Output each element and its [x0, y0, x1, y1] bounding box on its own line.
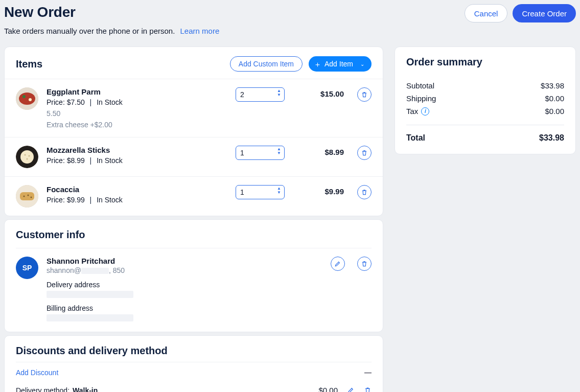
svg-rect-10 — [20, 192, 34, 200]
shipping-label: Shipping — [406, 94, 436, 103]
trash-icon — [361, 91, 368, 98]
item-name: Eggplant Parm — [47, 87, 227, 96]
info-icon[interactable]: i — [421, 107, 429, 116]
tax-label: Tax — [406, 107, 418, 116]
svg-point-8 — [27, 158, 28, 160]
billing-address-label: Billing address — [47, 304, 317, 312]
customer-info-title: Customer info — [16, 229, 85, 241]
total-value: $33.98 — [539, 133, 564, 143]
svg-point-3 — [29, 98, 32, 101]
svg-point-13 — [31, 197, 32, 198]
order-summary-title: Order summary — [406, 56, 564, 68]
stepper-arrows-icon[interactable]: ▲▼ — [277, 187, 281, 195]
pencil-icon — [334, 260, 341, 267]
customer-name: Shannon Pritchard — [47, 257, 317, 265]
learn-more-link[interactable]: Learn more — [180, 27, 220, 35]
tax-value: $0.00 — [545, 107, 564, 116]
svg-point-12 — [28, 195, 29, 196]
item-row: Mozzarella Sticks Price: $8.99 | In Stoc… — [5, 137, 383, 176]
item-thumbnail — [16, 87, 38, 110]
item-line-total: $8.99 — [293, 146, 344, 156]
quantity-stepper[interactable]: 1 ▲▼ — [236, 185, 285, 199]
order-summary-card: Order summary Subtotal $33.98 Shipping $… — [395, 47, 576, 154]
delivery-method-label: Delivery method: — [16, 386, 69, 393]
quantity-value: 1 — [240, 188, 244, 196]
delivery-method-value: Walk-in — [73, 386, 98, 393]
item-price-label: Price: $8.99 — [47, 156, 85, 165]
item-price-label: Price: $9.99 — [47, 196, 85, 204]
item-name: Focaccia — [47, 185, 227, 194]
subtitle-text: Take orders manually over the phone or i… — [4, 27, 175, 35]
quantity-value: 1 — [240, 149, 244, 157]
plus-icon: ＋ — [314, 60, 321, 68]
subtotal-label: Subtotal — [406, 81, 434, 90]
add-discount-link[interactable]: Add Discount — [16, 368, 58, 377]
item-extra-line: 5.50 — [47, 109, 227, 118]
item-stock: In Stock — [97, 156, 123, 165]
svg-point-11 — [24, 196, 25, 197]
trash-icon — [361, 149, 368, 156]
add-custom-item-button[interactable]: Add Custom Item — [230, 56, 303, 72]
chevron-down-icon: ⌄ — [360, 61, 364, 67]
add-item-button[interactable]: ＋ Add Item ⌄ — [309, 56, 372, 72]
redacted — [47, 314, 133, 321]
subtotal-value: $33.98 — [541, 81, 564, 90]
pencil-icon[interactable] — [347, 386, 355, 392]
item-thumbnail — [16, 185, 38, 207]
quantity-stepper[interactable]: 2 ▲▼ — [236, 87, 285, 102]
delivery-price: $0.00 — [318, 386, 338, 392]
svg-point-5 — [20, 150, 34, 164]
page-subtitle: Take orders manually over the phone or i… — [4, 27, 576, 35]
item-extra-line: Extra cheese +$2.00 — [47, 121, 227, 129]
svg-point-2 — [22, 95, 26, 98]
create-order-button[interactable]: Create Order — [513, 4, 576, 22]
svg-point-1 — [19, 93, 35, 105]
item-line-total: $9.99 — [293, 185, 344, 196]
stepper-arrows-icon[interactable]: ▲▼ — [277, 147, 281, 155]
redacted — [81, 268, 109, 274]
total-label: Total — [406, 133, 425, 143]
quantity-value: 2 — [240, 90, 244, 99]
quantity-stepper[interactable]: 1 ▲▼ — [236, 146, 285, 160]
item-row: Eggplant Parm Price: $7.50 | In Stock 5.… — [5, 79, 383, 137]
item-row: Focaccia Price: $9.99 | In Stock 1 ▲▼ $9… — [5, 176, 383, 216]
discounts-card: Discounts and delivery method Add Discou… — [4, 335, 383, 392]
edit-customer-button[interactable] — [331, 257, 345, 271]
cancel-button[interactable]: Cancel — [465, 4, 508, 22]
customer-contact: shannon@, 850 — [47, 266, 317, 274]
add-item-label: Add Item — [324, 60, 353, 68]
customer-info-card: Customer info SP Shannon Pritchard shann… — [4, 219, 383, 332]
discounts-title: Discounts and delivery method — [16, 345, 168, 357]
svg-point-7 — [29, 155, 30, 157]
delete-item-button[interactable] — [357, 87, 372, 102]
shipping-value: $0.00 — [545, 94, 564, 103]
svg-point-6 — [25, 154, 26, 156]
item-thumbnail — [16, 146, 38, 168]
items-card: Items Add Custom Item ＋ Add Item ⌄ — [4, 47, 383, 216]
page-title: New Order — [4, 4, 76, 20]
trash-icon[interactable] — [364, 386, 372, 392]
redacted — [47, 291, 133, 298]
trash-icon — [361, 260, 368, 267]
discount-value: — — [364, 368, 372, 377]
item-name: Mozzarella Sticks — [47, 146, 227, 154]
delete-item-button[interactable] — [357, 146, 372, 160]
trash-icon — [361, 189, 368, 196]
customer-avatar: SP — [16, 257, 38, 279]
item-stock: In Stock — [97, 98, 123, 106]
item-line-total: $15.00 — [293, 87, 344, 98]
delivery-address-label: Delivery address — [47, 281, 317, 289]
stepper-arrows-icon[interactable]: ▲▼ — [277, 89, 281, 97]
item-stock: In Stock — [97, 196, 123, 204]
item-price-label: Price: $7.50 — [47, 98, 85, 106]
items-title: Items — [16, 58, 42, 70]
delete-customer-button[interactable] — [357, 257, 372, 271]
delete-item-button[interactable] — [357, 185, 372, 199]
